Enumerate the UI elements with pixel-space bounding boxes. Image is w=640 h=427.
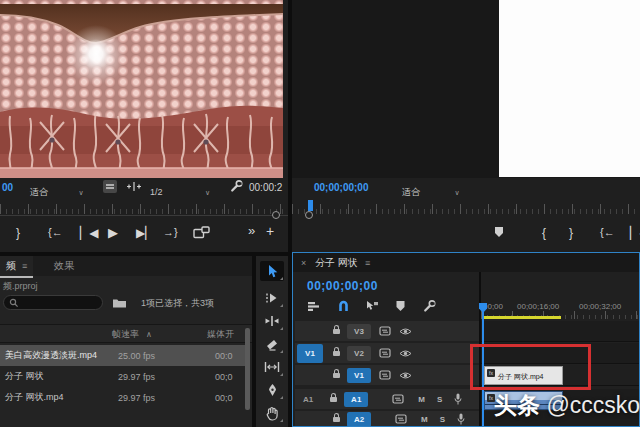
mute-button[interactable]: M [418,395,425,404]
program-ruler[interactable] [292,200,640,214]
sync-lock-icon[interactable] [379,370,391,380]
track-target-v3[interactable]: V3 [347,324,371,339]
close-icon[interactable]: × [301,258,306,268]
track-select-forward-tool[interactable] [260,288,284,308]
voiceover-mic-icon[interactable] [453,393,463,405]
export-frame-icon[interactable] [193,226,210,239]
chevron-down-icon: ∨ [78,189,83,196]
ruler-label: 00;00;32;00 [579,302,621,311]
overflow-menu-button[interactable]: » [248,224,255,237]
timeline-settings-wrench-icon[interactable] [423,299,437,313]
voiceover-mic-icon[interactable] [456,413,466,425]
wrench-icon[interactable] [230,179,244,193]
toggle-track-output-eye-icon[interactable] [399,349,412,358]
slip-icon [264,361,280,373]
tab-effects[interactable]: 效果 [46,256,82,276]
add-button[interactable]: + [266,224,274,238]
step-back-button[interactable]: ▏◀ [80,227,98,239]
snap-magnet-icon[interactable] [337,299,350,312]
timeline-timecode[interactable]: 00;00;00;00 [307,279,378,293]
mute-button[interactable]: M [421,415,428,424]
insert-nest-icon[interactable] [307,300,320,312]
razor-icon [265,338,280,351]
work-area-bar[interactable] [483,316,561,319]
premiere-window: 00 适合 ∨ 1/2 ∨ 00:00:2 } {← ▏◀ ▶ ▶▏ →} [0,0,640,427]
add-marker-icon[interactable] [493,226,505,238]
safe-margins-icon[interactable] [126,181,142,192]
col-media-start[interactable]: 媒体开 [207,330,234,339]
panel-menu-icon[interactable]: ≡ [22,261,27,271]
panel-menu-icon[interactable]: ≡ [365,258,370,268]
mark-out-button[interactable]: } [569,227,573,239]
play-button[interactable]: ▶ [108,226,118,239]
source-patch-audio[interactable]: A1 [303,395,313,404]
track-lane-v3[interactable] [481,321,639,342]
toggle-track-output-eye-icon[interactable] [399,371,412,380]
hand-tool[interactable] [260,403,284,423]
go-to-in-button[interactable]: {← [48,227,63,238]
sort-ascending-icon[interactable]: ∧ [146,330,152,339]
track-header-v1: V1 [295,365,479,385]
list-item[interactable]: 分子 网状 29.97 fps 00;0 [0,366,246,387]
toggle-track-output-eye-icon[interactable] [399,327,412,336]
track-target-a1[interactable]: A1 [344,392,368,407]
razor-tool[interactable] [260,334,284,354]
sync-lock-icon[interactable] [392,394,404,404]
tab-project[interactable]: 频 ≡ [0,256,33,278]
cursor-icon [265,264,279,279]
watermark: 头条 @cccsko [494,390,640,421]
track-target-v2[interactable]: V2 [347,346,371,361]
step-back-button[interactable]: ▏◀ [630,227,640,239]
new-bin-icon[interactable] [112,297,127,308]
source-ruler[interactable] [0,200,288,214]
sync-lock-icon[interactable] [379,348,391,358]
step-forward-button[interactable]: ▶▏ [136,227,154,239]
source-zoom-select[interactable]: 适合 ∨ [30,181,84,199]
ripple-edit-tool[interactable] [260,311,284,331]
add-marker-icon[interactable] [395,300,406,312]
go-to-in-button[interactable]: {← [600,227,615,238]
track-lock-icon[interactable] [333,373,340,378]
ripple-edit-icon [264,315,280,327]
go-to-out-button[interactable]: →} [163,227,178,238]
list-item[interactable]: 分子 网状.mp4 29.97 fps 00;0 [0,387,246,408]
search-input[interactable] [3,295,103,310]
sync-lock-icon[interactable] [395,414,407,424]
program-zoom-handle[interactable] [305,211,313,219]
chevron-down-icon: ∨ [454,189,459,196]
output-settings-icon[interactable] [103,180,117,193]
list-item-selected[interactable]: 美白高效漫透淡斑.mp4 25.00 fps 00:0 [0,345,246,366]
track-header-a1: A1 A1 M S [295,389,479,409]
timeline-tab-title[interactable]: 分子 网状 [315,258,358,268]
selection-tool[interactable] [260,261,284,281]
track-lock-icon[interactable] [333,329,340,334]
mark-in-button[interactable]: { [542,227,546,239]
vertical-scrollbar[interactable] [245,328,250,410]
source-zoom-track [0,215,288,216]
source-resolution-select[interactable]: 1/2 ∨ [150,181,210,199]
col-frame-rate[interactable]: 帧速率 [112,330,139,339]
track-target-v1[interactable]: V1 [347,368,371,383]
source-patch-video[interactable]: V1 [297,344,323,363]
hand-icon [265,406,279,421]
track-lock-icon[interactable] [330,397,337,402]
source-zoom-handle[interactable] [272,211,280,219]
track-target-a2[interactable]: A2 [347,412,371,427]
track-select-icon [265,292,280,304]
track-header-v2: V1 V2 [295,343,479,363]
sync-lock-icon[interactable] [379,326,391,336]
pen-tool[interactable] [260,380,284,400]
panel-tab-bar [0,256,252,276]
track-lock-icon[interactable] [333,417,340,422]
project-panel: 频 ≡ 效果 频.prproj 1项已选择，共3项 帧速率 ∧ 媒体开 美白高效… [0,256,252,427]
skin-illustration [0,0,283,178]
track-lock-icon[interactable] [333,351,340,356]
mark-out-button[interactable]: } [16,227,20,239]
program-zoom-select[interactable]: 适合 ∨ [402,181,460,199]
slip-tool[interactable] [260,357,284,377]
program-white-frame [499,0,640,177]
linked-selection-icon[interactable] [365,300,379,312]
solo-button[interactable]: S [440,415,445,424]
solo-button[interactable]: S [437,395,442,404]
program-playhead[interactable] [308,200,313,211]
